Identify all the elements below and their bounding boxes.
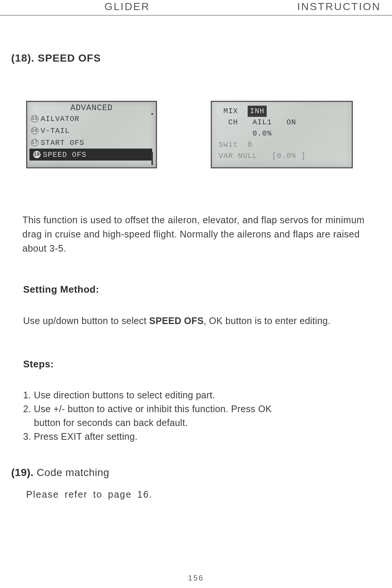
step-2b: button for seconds can back default. bbox=[23, 416, 381, 430]
lcd-menu-title: ADVANCED bbox=[27, 102, 156, 113]
steps-heading: Steps: bbox=[23, 358, 54, 370]
header-right-text: INSTRUCTION bbox=[297, 1, 381, 13]
lcd-row-ch: CH AIL1 ON bbox=[219, 117, 345, 128]
inh-highlight: INH bbox=[248, 106, 267, 117]
step-2a: 2. Use +/- button to active or inhibit t… bbox=[23, 402, 381, 416]
page-number: 156 bbox=[0, 574, 392, 582]
lcd-screenshot-advanced-menu: ADVANCED 15 AILVATOR 16 V-TAIL 17 START … bbox=[26, 101, 157, 168]
section-18-title: (18). SPEED OFS bbox=[11, 52, 101, 64]
lcd-screenshot-speed-ofs-detail: MIX INH CH AIL1 ON 0.0% Swit B VAR NULL … bbox=[211, 101, 353, 168]
menu-index-icon: 17 bbox=[31, 139, 38, 146]
lcd-row-mix: MIX INH bbox=[219, 106, 345, 117]
menu-item-label: V-TAIL bbox=[41, 127, 70, 135]
steps-list: 1. Use direction buttons to select editi… bbox=[23, 388, 381, 444]
section-19-refer: Please refer to page 16. bbox=[26, 489, 153, 500]
lcd-scrollbar bbox=[151, 113, 153, 165]
menu-item-label: SPEED OFS bbox=[43, 150, 87, 159]
menu-item-label: START OFS bbox=[41, 139, 84, 147]
menu-item-vtail: 16 V-TAIL bbox=[27, 125, 156, 137]
menu-item-speed-ofs-selected: 18 SPEED OFS bbox=[29, 149, 152, 161]
section-18-description: This function is used to offset the aile… bbox=[22, 213, 383, 255]
menu-index-icon: 18 bbox=[33, 151, 41, 158]
section-19-title: (19). Code matching bbox=[11, 467, 109, 479]
menu-item-start-ofs: 17 START OFS bbox=[27, 137, 156, 149]
lcd-row-var: VAR NULL [0.0% ] bbox=[219, 150, 345, 162]
header-left-text: GLIDER bbox=[104, 1, 150, 13]
menu-index-icon: 16 bbox=[31, 127, 38, 134]
use-updown-text: Use up/down button to select SPEED OFS, … bbox=[23, 314, 381, 328]
menu-item-ailvator: 15 AILVATOR bbox=[27, 113, 156, 125]
menu-item-label: AILVATOR bbox=[41, 115, 79, 123]
lcd-row-percent: 0.0% bbox=[219, 128, 345, 139]
menu-index-icon: 15 bbox=[31, 115, 38, 122]
setting-method-heading: Setting Method: bbox=[23, 284, 99, 295]
step-3: 3. Press EXIT after setting. bbox=[23, 430, 381, 444]
lcd-row-swit: Swit B bbox=[219, 139, 345, 150]
step-1: 1. Use direction buttons to select editi… bbox=[23, 388, 381, 402]
